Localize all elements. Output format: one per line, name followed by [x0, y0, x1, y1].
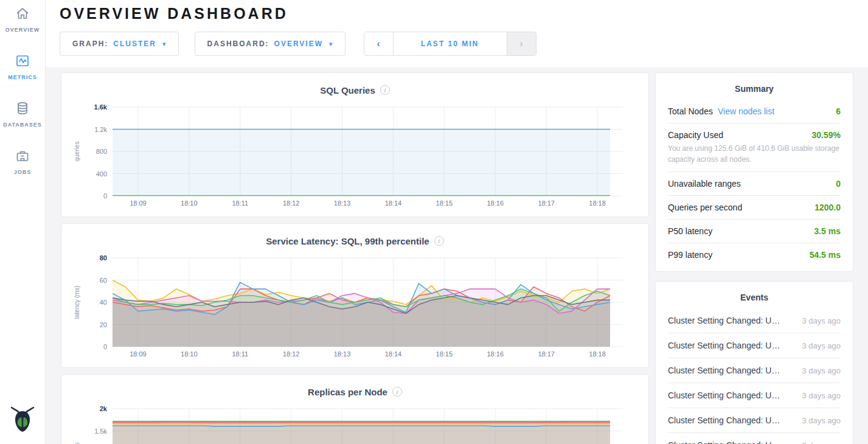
graph-dropdown[interactable]: GRAPH: CLUSTER ▾ [60, 32, 179, 56]
event-row[interactable]: Cluster Setting Changed: U… 3 days ago [668, 408, 841, 433]
event-row[interactable]: Cluster Setting Changed: U… 3 days ago [668, 308, 841, 333]
replicas-per-node-chart[interactable]: 00.5k1k1.5k2k18:0918:1018:1118:1218:1318… [71, 403, 639, 444]
sidebar-item-label: DATABASES [3, 122, 42, 128]
page-header: OVERVIEW DASHBOARD GRAPH: CLUSTER ▾ DASH… [46, 0, 868, 67]
service-latency-panel: Service Latency: SQL, 99th percentile i … [61, 223, 649, 368]
chevron-left-icon: ‹ [377, 38, 380, 50]
svg-text:18:16: 18:16 [487, 350, 504, 358]
dashboard-dropdown-label: DASHBOARD: [207, 40, 269, 48]
svg-text:18:11: 18:11 [232, 350, 248, 358]
summary-row-value: 30.59% [812, 130, 841, 140]
cockroachdb-logo [9, 403, 36, 437]
svg-text:18:10: 18:10 [181, 350, 198, 358]
event-time: 3 days ago [796, 416, 841, 425]
summary-title: Summary [668, 79, 841, 100]
event-time: 3 days ago [796, 341, 841, 350]
event-row[interactable]: Cluster Setting Changed: U… 3 days ago [668, 433, 841, 444]
svg-text:18:14: 18:14 [385, 199, 402, 207]
summary-row-value: 54.5 ms [810, 250, 841, 260]
time-range-selector: ‹ LAST 10 MIN › [364, 32, 536, 56]
dashboard-dropdown-value: OVERVIEW [274, 40, 323, 48]
sidebar-item-label: JOBS [14, 169, 32, 175]
summary-row-capacity: Capacity Used 30.59% You are using 125.6… [668, 123, 841, 172]
summary-row-p99: P99 latency 54.5 ms [668, 243, 841, 266]
chart-title-row: Replicas per Node i [71, 381, 639, 403]
sidebar: OVERVIEW METRICS DATABASES [0, 0, 46, 444]
summary-row-label: Capacity Used [668, 130, 723, 140]
event-row[interactable]: Cluster Setting Changed: U… 3 days ago [668, 383, 841, 408]
view-nodes-link[interactable]: View nodes list [718, 106, 774, 116]
summary-panel: Summary Total Nodes View nodes list 6 Ca… [655, 72, 853, 272]
summary-row-qps: Queries per second 1200.0 [668, 196, 841, 220]
event-time: 3 days ago [796, 441, 841, 444]
svg-text:18:13: 18:13 [334, 350, 351, 358]
summary-row-label: Queries per second [668, 203, 742, 212]
svg-text:800: 800 [96, 148, 107, 155]
right-column: Summary Total Nodes View nodes list 6 Ca… [655, 72, 853, 444]
sidebar-item-label: OVERVIEW [5, 27, 40, 33]
event-text: Cluster Setting Changed: U… [668, 390, 780, 400]
summary-row-value: 6 [836, 106, 841, 116]
svg-text:18:13: 18:13 [334, 199, 351, 207]
event-time: 3 days ago [796, 391, 841, 400]
chevron-down-icon: ▾ [162, 40, 166, 48]
summary-row-value: 1200.0 [814, 203, 841, 212]
svg-text:1.2k: 1.2k [94, 126, 107, 133]
time-prev-button[interactable]: ‹ [364, 32, 394, 55]
content-area: SQL Queries i 04008001.2k1.6k18:0918:101… [46, 67, 868, 444]
event-time: 3 days ago [796, 366, 841, 375]
event-text: Cluster Setting Changed: U… [668, 316, 780, 325]
summary-row-label: Unavailable ranges [668, 179, 741, 189]
chevron-down-icon: ▾ [329, 40, 333, 48]
event-row[interactable]: Cluster Setting Changed: U… 3 days ago [668, 333, 841, 358]
summary-row-value: 3.5 ms [814, 226, 841, 236]
event-text: Cluster Setting Changed: U… [668, 440, 780, 444]
svg-text:400: 400 [96, 170, 107, 178]
svg-text:18:09: 18:09 [130, 350, 147, 358]
sidebar-item-label: METRICS [8, 74, 37, 80]
svg-text:1.5k: 1.5k [94, 428, 107, 435]
metrics-icon [15, 54, 30, 71]
svg-text:18:18: 18:18 [589, 350, 606, 358]
info-icon[interactable]: i [434, 236, 444, 246]
event-time: 3 days ago [796, 316, 841, 325]
sidebar-item-overview[interactable]: OVERVIEW [5, 6, 40, 33]
time-next-button[interactable]: › [507, 32, 536, 55]
svg-text:40: 40 [100, 299, 107, 306]
svg-text:80: 80 [100, 254, 107, 262]
info-icon[interactable]: i [380, 85, 390, 95]
sql-queries-panel: SQL Queries i 04008001.2k1.6k18:0918:101… [61, 72, 649, 217]
jobs-icon [15, 148, 30, 165]
summary-row-value: 0 [836, 179, 841, 189]
svg-text:20: 20 [100, 321, 107, 328]
sidebar-item-jobs[interactable]: JOBS [14, 148, 32, 175]
event-text: Cluster Setting Changed: U… [668, 366, 780, 375]
svg-text:60: 60 [100, 277, 107, 284]
controls-bar: GRAPH: CLUSTER ▾ DASHBOARD: OVERVIEW ▾ ‹… [60, 32, 868, 56]
charts-column: SQL Queries i 04008001.2k1.6k18:0918:101… [61, 72, 649, 444]
capacity-caption: You are using 125.6 GiB of 410.6 GiB usa… [668, 143, 841, 165]
graph-dropdown-value: CLUSTER [113, 40, 156, 48]
summary-row-label: Total Nodes [668, 106, 713, 116]
svg-text:18:17: 18:17 [538, 350, 555, 358]
event-text: Cluster Setting Changed: U… [668, 341, 780, 350]
info-icon[interactable]: i [392, 387, 402, 397]
svg-text:0: 0 [103, 192, 107, 199]
svg-text:latency (ms): latency (ms) [74, 286, 80, 319]
time-range-button[interactable]: LAST 10 MIN [394, 32, 507, 55]
sql-queries-chart[interactable]: 04008001.2k1.6k18:0918:1018:1118:1218:13… [71, 101, 639, 210]
event-row[interactable]: Cluster Setting Changed: U… 3 days ago [668, 358, 841, 383]
svg-text:18:12: 18:12 [283, 350, 300, 358]
event-text: Cluster Setting Changed: U… [668, 415, 780, 425]
sidebar-item-databases[interactable]: DATABASES [3, 101, 42, 128]
service-latency-chart[interactable]: 02040608018:0918:1018:1118:1218:1318:141… [71, 252, 639, 361]
chart-title: Replicas per Node [308, 387, 387, 397]
databases-icon [15, 101, 30, 118]
dashboard-dropdown[interactable]: DASHBOARD: OVERVIEW ▾ [195, 32, 345, 56]
svg-text:1.6k: 1.6k [94, 103, 108, 111]
page-title: OVERVIEW DASHBOARD [60, 5, 868, 23]
chevron-right-icon: › [519, 38, 523, 50]
sidebar-item-metrics[interactable]: METRICS [8, 54, 37, 80]
svg-text:18:15: 18:15 [436, 199, 453, 207]
events-panel: Events Cluster Setting Changed: U… 3 day… [655, 281, 853, 444]
